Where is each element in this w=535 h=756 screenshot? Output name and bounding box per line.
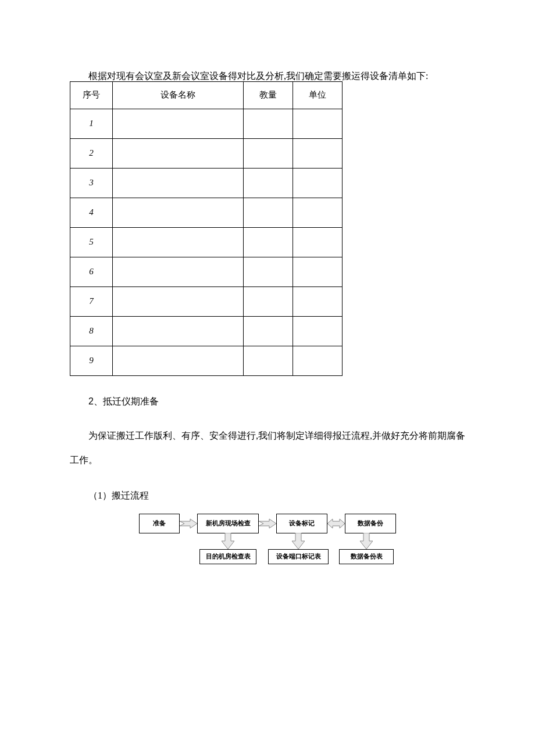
table-cell-seq: 8 [70,316,113,346]
arrow-right-icon [259,514,276,533]
table-cell-unit [293,257,343,286]
flow-box-prepare: 准备 [139,514,180,533]
table-cell-name [113,316,244,346]
flow-box-backup-sheet: 数据备份表 [339,549,394,564]
table-cell-unit [293,346,343,375]
flow-box-inspect: 新机房现场检查 [197,514,259,533]
equipment-table: 序号 设备名称 教量 单位 123456789 [70,81,343,376]
table-row: 7 [70,286,343,316]
table-cell-unit [293,227,343,257]
subsection-1-heading: （1）搬迁流程 [70,490,465,502]
table-cell-name [113,257,244,286]
arrow-leftright-icon [327,514,345,533]
table-cell-seq: 7 [70,286,113,316]
table-cell-seq: 9 [70,346,113,375]
table-cell-unit [293,168,343,198]
table-cell-name [113,138,244,168]
table-row: 9 [70,346,343,375]
section-2-title: 、抵迁仪期准备 [94,396,159,406]
flow-down-cell-1: 目的机房检查表 [199,533,256,564]
table-cell-unit [293,109,343,138]
svg-marker-2 [327,519,345,528]
table-cell-seq: 3 [70,168,113,198]
table-cell-name [113,168,244,198]
flow-bottom-row: 目的机房检查表 设备端口标记表 数据备份表 [141,533,394,564]
table-cell-unit [293,138,343,168]
table-cell-name [113,286,244,316]
flow-down-cell-3: 数据备份表 [339,533,394,564]
section-2-number: 2 [88,396,94,406]
table-cell-qty [244,346,293,375]
table-cell-qty [244,227,293,257]
table-cell-unit [293,316,343,346]
table-cell-seq: 2 [70,138,113,168]
flow-down-cell-2: 设备端口标记表 [268,533,329,564]
arrow-down-icon [290,532,307,550]
table-cell-seq: 5 [70,227,113,257]
svg-marker-0 [180,519,197,528]
section-2-paragraph: 为保证搬迁工作版利、有序、安全得进行,我们将制定详细得报迁流程,并做好充分将前期… [70,424,465,472]
table-cell-qty [244,286,293,316]
flow-box-port-sheet: 设备端口标记表 [268,549,329,564]
svg-marker-5 [360,533,373,549]
svg-marker-4 [292,533,305,549]
intro-paragraph: 根据对现有会议室及新会议室设备得对比及分析,我们确定需要搬运得设备清单如下: [70,64,465,88]
table-row: 5 [70,227,343,257]
arrow-down-icon [219,532,237,550]
svg-marker-1 [259,519,276,528]
flow-box-backup: 数据备份 [345,514,396,533]
table-cell-unit [293,286,343,316]
section-2-heading: 2、抵迁仪期准备 [70,393,465,410]
table-cell-name [113,198,244,227]
table-cell-name [113,346,244,375]
flowchart: 准备 新机房现场检查 设备标记 数据备份 [70,514,465,564]
table-cell-qty [244,257,293,286]
table-cell-qty [244,168,293,198]
table-cell-seq: 6 [70,257,113,286]
table-row: 2 [70,138,343,168]
document-page: 根据对现有会议室及新会议室设备得对比及分析,我们确定需要搬运得设备清单如下: 序… [0,0,535,680]
flow-box-check-sheet: 目的机房检查表 [199,549,256,564]
table-cell-qty [244,109,293,138]
table-row: 1 [70,109,343,138]
table-row: 4 [70,198,343,227]
table-cell-qty [244,316,293,346]
arrow-down-icon [358,532,375,550]
table-row: 8 [70,316,343,346]
arrow-right-icon [180,514,197,533]
flow-box-mark: 设备标记 [276,514,327,533]
table-row: 6 [70,257,343,286]
flow-top-row: 准备 新机房现场检查 设备标记 数据备份 [139,514,396,533]
table-cell-unit [293,198,343,227]
svg-marker-3 [222,533,234,549]
table-cell-seq: 1 [70,109,113,138]
table-cell-qty [244,198,293,227]
table-cell-seq: 4 [70,198,113,227]
table-row: 3 [70,168,343,198]
table-cell-qty [244,138,293,168]
table-cell-name [113,109,244,138]
table-body: 123456789 [70,109,343,375]
table-cell-name [113,227,244,257]
